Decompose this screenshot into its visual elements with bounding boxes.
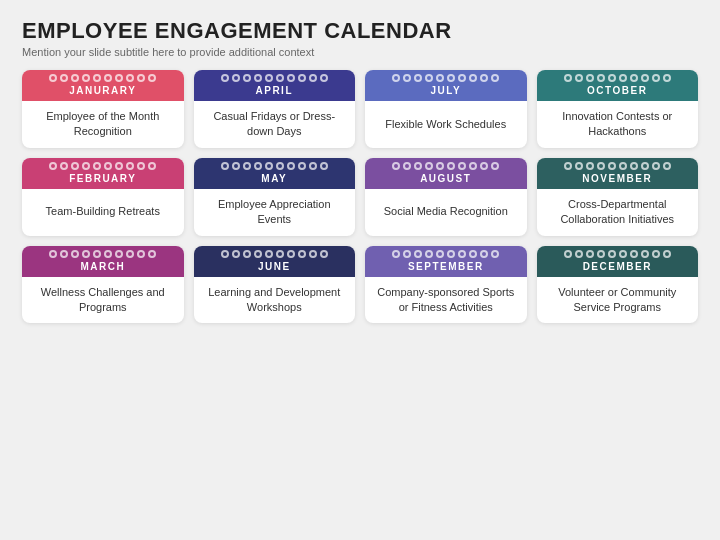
ring: [137, 74, 145, 82]
ring: [425, 250, 433, 258]
ring: [254, 74, 262, 82]
ring: [458, 74, 466, 82]
month-label: FEBRUARY: [69, 173, 136, 184]
ring: [320, 250, 328, 258]
ring: [265, 162, 273, 170]
ring: [652, 162, 660, 170]
page-title: EMPLOYEE ENGAGEMENT CALENDAR: [22, 18, 698, 44]
ring: [49, 74, 57, 82]
ring: [126, 250, 134, 258]
ring: [148, 74, 156, 82]
ring: [60, 162, 68, 170]
month-label: DECEMBER: [583, 261, 652, 272]
calendar-card: JUNE Learning and Development Workshops: [194, 246, 356, 324]
calendar-event: Employee of the Month Recognition: [22, 101, 184, 148]
ring: [641, 250, 649, 258]
ring: [447, 74, 455, 82]
calendar-event: Learning and Development Workshops: [194, 277, 356, 324]
ring: [630, 74, 638, 82]
calendar-card: AUGUST Social Media Recognition: [365, 158, 527, 236]
ring: [447, 162, 455, 170]
calendar-event: Company-sponsored Sports or Fitness Acti…: [365, 277, 527, 324]
calendar-rings: [564, 74, 671, 82]
ring: [287, 162, 295, 170]
ring: [60, 250, 68, 258]
ring: [436, 162, 444, 170]
calendar-rings: [49, 162, 156, 170]
month-label: JUNE: [258, 261, 291, 272]
ring: [309, 250, 317, 258]
ring: [652, 74, 660, 82]
calendar-event: Team-Building Retreats: [22, 189, 184, 236]
ring: [60, 74, 68, 82]
ring: [608, 162, 616, 170]
ring: [309, 74, 317, 82]
month-label: JANURARY: [69, 85, 136, 96]
ring: [480, 250, 488, 258]
ring: [608, 250, 616, 258]
ring: [608, 74, 616, 82]
month-label: MARCH: [80, 261, 125, 272]
ring: [425, 162, 433, 170]
ring: [243, 74, 251, 82]
ring: [480, 74, 488, 82]
ring: [115, 250, 123, 258]
ring: [403, 74, 411, 82]
ring: [403, 250, 411, 258]
ring: [575, 162, 583, 170]
ring: [93, 74, 101, 82]
ring: [597, 74, 605, 82]
calendar-event: Cross-Departmental Collaboration Initiat…: [537, 189, 699, 236]
ring: [93, 250, 101, 258]
ring: [82, 162, 90, 170]
month-label: JULY: [430, 85, 461, 96]
ring: [619, 162, 627, 170]
ring: [232, 74, 240, 82]
ring: [276, 162, 284, 170]
ring: [82, 250, 90, 258]
calendar-header: JULY: [365, 70, 527, 101]
ring: [597, 162, 605, 170]
ring: [309, 162, 317, 170]
ring: [254, 250, 262, 258]
ring: [298, 74, 306, 82]
ring: [597, 250, 605, 258]
ring: [148, 162, 156, 170]
calendar-event: Volunteer or Community Service Programs: [537, 277, 699, 324]
ring: [491, 162, 499, 170]
ring: [93, 162, 101, 170]
calendar-card: DECEMBER Volunteer or Community Service …: [537, 246, 699, 324]
ring: [575, 250, 583, 258]
page: EMPLOYEE ENGAGEMENT CALENDAR Mention you…: [0, 0, 720, 540]
ring: [298, 162, 306, 170]
calendar-event: Casual Fridays or Dress-down Days: [194, 101, 356, 148]
ring: [447, 250, 455, 258]
ring: [663, 162, 671, 170]
ring: [436, 250, 444, 258]
ring: [71, 162, 79, 170]
calendar-card: MAY Employee Appreciation Events: [194, 158, 356, 236]
ring: [564, 74, 572, 82]
calendar-rings: [564, 162, 671, 170]
ring: [254, 162, 262, 170]
ring: [320, 74, 328, 82]
ring: [287, 74, 295, 82]
calendar-event: Employee Appreciation Events: [194, 189, 356, 236]
ring: [104, 74, 112, 82]
ring: [641, 162, 649, 170]
ring: [491, 74, 499, 82]
ring: [564, 250, 572, 258]
calendar-card: NOVEMBER Cross-Departmental Collaboratio…: [537, 158, 699, 236]
calendar-card: OCTOBER Innovation Contests or Hackathon…: [537, 70, 699, 148]
calendar-header: JANURARY: [22, 70, 184, 101]
ring: [276, 250, 284, 258]
calendar-grid: JANURARY Employee of the Month Recogniti…: [22, 70, 698, 323]
ring: [469, 250, 477, 258]
ring: [243, 162, 251, 170]
ring: [49, 162, 57, 170]
calendar-card: APRIL Casual Fridays or Dress-down Days: [194, 70, 356, 148]
calendar-rings: [221, 162, 328, 170]
ring: [232, 162, 240, 170]
calendar-card: JANURARY Employee of the Month Recogniti…: [22, 70, 184, 148]
ring: [480, 162, 488, 170]
